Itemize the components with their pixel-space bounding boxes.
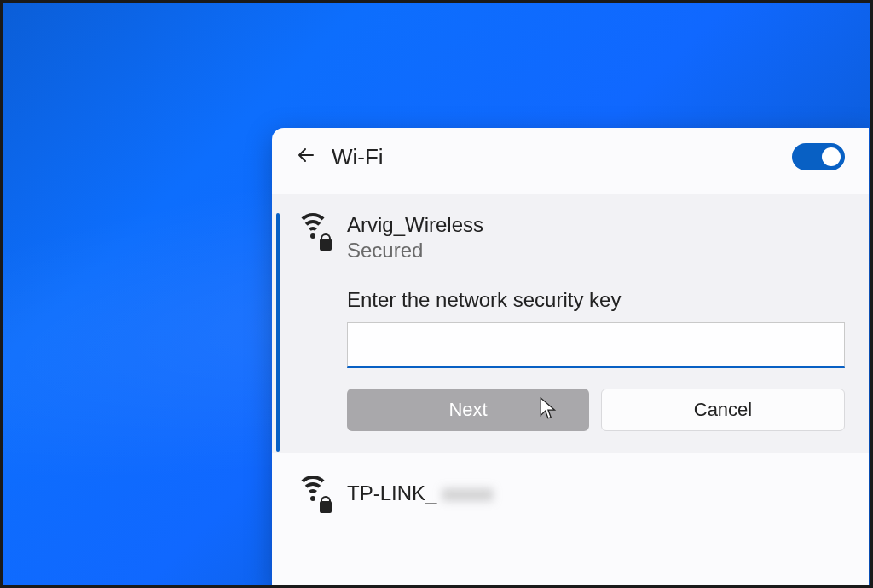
next-button-label: Next [448, 399, 487, 421]
back-arrow-icon[interactable] [296, 145, 316, 169]
cancel-button[interactable]: Cancel [601, 389, 845, 431]
selected-network-panel: Arvig_Wireless Secured Enter the network… [272, 194, 869, 453]
lock-icon [320, 501, 332, 513]
mouse-cursor-icon [540, 397, 558, 426]
cancel-button-label: Cancel [694, 399, 752, 421]
wifi-secured-icon [296, 215, 330, 249]
password-prompt-section: Enter the network security key Next Canc… [347, 288, 845, 431]
network-status: Secured [347, 239, 845, 262]
network-row[interactable]: Arvig_Wireless Secured [296, 213, 845, 262]
button-row: Next Cancel [347, 389, 845, 431]
wifi-secured-icon [296, 477, 330, 511]
network-name-text: TP-LINK_ [347, 481, 436, 504]
lock-icon [320, 239, 332, 251]
password-prompt-label: Enter the network security key [347, 288, 845, 312]
network-name: TP-LINK_xxxxx [347, 481, 493, 505]
redacted-suffix: xxxxx [442, 481, 493, 505]
network-info: Arvig_Wireless Secured [347, 213, 845, 262]
network-password-input[interactable] [347, 322, 845, 368]
wifi-flyout-panel: Wi-Fi Arvig_Wireless Secured Enter the n… [272, 128, 869, 588]
network-list-item[interactable]: TP-LINK_xxxxx [272, 453, 869, 520]
wifi-panel-header: Wi-Fi [272, 128, 869, 194]
next-button[interactable]: Next [347, 389, 589, 431]
panel-title: Wi-Fi [332, 144, 777, 170]
selection-indicator [276, 213, 280, 452]
wifi-toggle[interactable] [792, 143, 845, 170]
toggle-knob [822, 147, 841, 166]
network-name: Arvig_Wireless [347, 213, 845, 237]
